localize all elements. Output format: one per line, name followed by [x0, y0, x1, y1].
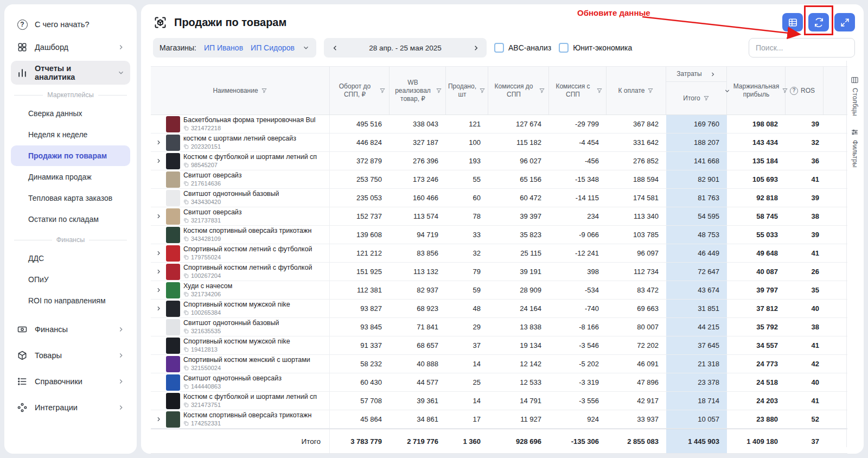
copy-icon[interactable] — [183, 162, 189, 168]
sidebar-item-reports-analytics[interactable]: Отчеты и аналитика — [11, 61, 130, 85]
header-group-expenses[interactable]: Затраты — [666, 67, 727, 82]
date-range-picker[interactable]: 28 апр. - 25 мая 2025 — [324, 38, 487, 58]
copy-icon[interactable] — [183, 236, 189, 241]
chevron-down-icon[interactable] — [724, 87, 731, 94]
table-row[interactable]: костюм с шортами летний оверсайз 2023201… — [151, 133, 847, 152]
copy-icon[interactable] — [183, 310, 189, 315]
copy-icon[interactable] — [183, 347, 189, 352]
copy-icon[interactable] — [183, 402, 189, 408]
header-to-pay[interactable]: К оплате — [607, 67, 666, 114]
filter-funnel-icon[interactable] — [479, 87, 486, 94]
sidebar-item-warehouse-stock[interactable]: Остатки по складам — [11, 209, 130, 230]
checkbox-box[interactable] — [494, 43, 504, 53]
product-name: Спортивный костюм летний с футболкой — [183, 264, 312, 271]
shops-selector[interactable]: Магазины: ИП Иванов ИП Сидоров — [153, 38, 316, 58]
copy-icon[interactable] — [183, 384, 189, 389]
table-row[interactable]: Баскетбольная форма тренировочная Bul 32… — [151, 115, 847, 133]
search-input[interactable] — [749, 38, 855, 58]
sidebar-item-dds[interactable]: ДДС — [11, 248, 130, 269]
sidebar-item-products[interactable]: Товары — [11, 342, 130, 368]
expand-row-icon[interactable] — [155, 287, 163, 294]
header-commission-before-spp[interactable]: Комиссия до СПП — [488, 67, 549, 114]
table-row[interactable]: Худи с начесом 321734206 112 38182 93759… — [151, 281, 847, 300]
table-row[interactable]: Свитшот оверсайз 321737831 152 737113 57… — [151, 207, 847, 226]
sidebar-item-data-reconciliation[interactable]: Сверка данных — [11, 103, 130, 124]
table-row[interactable]: Свитшот однотонный оверсайз 144440863 60… — [151, 373, 847, 392]
sidebar-item-orders-heatmap[interactable]: Тепловая карта заказов — [11, 188, 130, 208]
next-period-button[interactable] — [468, 40, 483, 55]
sidebar-item-directories[interactable]: Справочники — [11, 368, 130, 395]
table-row[interactable]: Спортивный костюм летний с футболкой 100… — [151, 263, 847, 281]
shop-link-sidorov[interactable]: ИП Сидоров — [251, 43, 295, 52]
chevron-down-icon[interactable] — [302, 44, 310, 52]
copy-icon[interactable] — [183, 144, 189, 149]
copy-icon[interactable] — [183, 199, 189, 205]
shop-link-ivanov[interactable]: ИП Иванов — [204, 43, 243, 52]
header-margin-profit[interactable]: Маржинальная прибыль — [727, 67, 786, 114]
expand-row-icon[interactable] — [155, 157, 163, 164]
copy-icon[interactable] — [183, 181, 189, 186]
abc-analysis-checkbox[interactable]: ABC-анализ — [494, 43, 551, 53]
question-circle-icon[interactable]: ? — [790, 87, 798, 95]
refresh-button[interactable] — [808, 13, 829, 31]
header-oborot[interactable]: Оборот до СПП, ₽ — [330, 67, 390, 114]
sidebar-item-integrations[interactable]: Интеграции — [11, 395, 130, 421]
header-name[interactable]: Наименование — [151, 67, 330, 114]
expand-row-icon[interactable] — [155, 416, 163, 423]
sidebar-item-opiu[interactable]: ОПиУ — [11, 269, 130, 290]
sidebar-item-finance[interactable]: Финансы — [11, 316, 130, 342]
table-row[interactable]: Костюм спортивный оверсайз трикотажн 174… — [151, 410, 847, 429]
sidebar-item-sales-dynamics[interactable]: Динамика продаж — [11, 167, 130, 187]
table-row[interactable]: Свитшот оверсайз 217614636 253 750173 24… — [151, 170, 847, 189]
header-commission-with-spp[interactable]: Комиссия с СПП — [549, 67, 607, 114]
table-row[interactable]: Свитшот однотонный базовый 321635535 93 … — [151, 318, 847, 336]
filter-funnel-icon[interactable] — [436, 87, 442, 94]
sidebar-item-sales-by-products[interactable]: Продажи по товарам — [11, 145, 130, 166]
columns-panel-tab[interactable]: Столбцы — [851, 76, 859, 116]
copy-icon[interactable] — [183, 125, 189, 131]
copy-icon[interactable] — [183, 421, 189, 426]
table-row[interactable]: Костюм с футболкой и шортами летний сп 9… — [151, 152, 847, 170]
chevron-right-icon[interactable] — [710, 71, 716, 78]
product-name: Свитшот оверсайз — [183, 171, 242, 179]
unit-economics-checkbox[interactable]: Юнит-экономика — [559, 43, 632, 53]
copy-icon[interactable] — [183, 328, 189, 334]
filter-funnel-icon[interactable] — [596, 87, 603, 94]
header-expenses-total[interactable]: Итого — [666, 82, 727, 114]
sidebar-item-roi[interactable]: ROI по направлениям — [11, 290, 130, 311]
filters-panel-tab[interactable]: Фильтры — [851, 128, 859, 168]
table-row[interactable]: Свитшот однотонный базовый 343430420 235… — [151, 189, 847, 207]
filter-funnel-icon[interactable] — [647, 87, 654, 94]
fullscreen-button[interactable] — [834, 13, 855, 31]
excel-export-button[interactable] — [782, 13, 803, 31]
filter-funnel-icon[interactable] — [261, 87, 267, 94]
checkbox-box[interactable] — [559, 43, 569, 53]
copy-icon[interactable] — [183, 365, 189, 371]
table-row[interactable]: Спортивный костюм женский с шортами 3215… — [151, 355, 847, 373]
sidebar-item-getting-started[interactable]: ? С чего начать? — [11, 13, 130, 36]
table-row[interactable]: Костюм спортивный оверсайз трикотажн 343… — [151, 226, 847, 244]
copy-icon[interactable] — [183, 291, 189, 297]
copy-icon[interactable] — [183, 255, 189, 260]
table-row[interactable]: Костюм с футболкой и шортами летний сп 3… — [151, 392, 847, 410]
copy-icon[interactable] — [183, 218, 189, 223]
sidebar-item-dashboard[interactable]: Дашборд — [11, 36, 130, 59]
expand-row-icon[interactable] — [155, 305, 163, 312]
copy-icon[interactable] — [183, 273, 189, 278]
filter-funnel-icon[interactable] — [703, 95, 710, 101]
expand-row-icon[interactable] — [155, 139, 163, 146]
expand-row-icon[interactable] — [155, 268, 163, 275]
prev-period-button[interactable] — [327, 40, 342, 55]
filter-funnel-icon[interactable] — [539, 87, 545, 94]
expand-row-icon[interactable] — [155, 213, 163, 220]
product-cell: костюм с шортами летний оверсайз 2023201… — [151, 133, 330, 151]
sidebar-item-week-to-week[interactable]: Неделя к неделе — [11, 124, 130, 145]
filter-funnel-icon[interactable] — [379, 87, 386, 94]
table-row[interactable]: Спортивный костюм мужской nike 19412813 … — [151, 336, 847, 355]
header-qty-sold[interactable]: Продано, шт — [446, 67, 488, 114]
header-wb-realized[interactable]: WB реализовал товар, ₽ — [390, 67, 446, 114]
header-ros[interactable]: ? ROS — [786, 67, 824, 114]
table-row[interactable]: Спортивный костюм мужской nike 100265384… — [151, 300, 847, 318]
table-row[interactable]: Спортивный костюм летний с футболкой 179… — [151, 244, 847, 263]
expand-row-icon[interactable] — [155, 250, 163, 257]
